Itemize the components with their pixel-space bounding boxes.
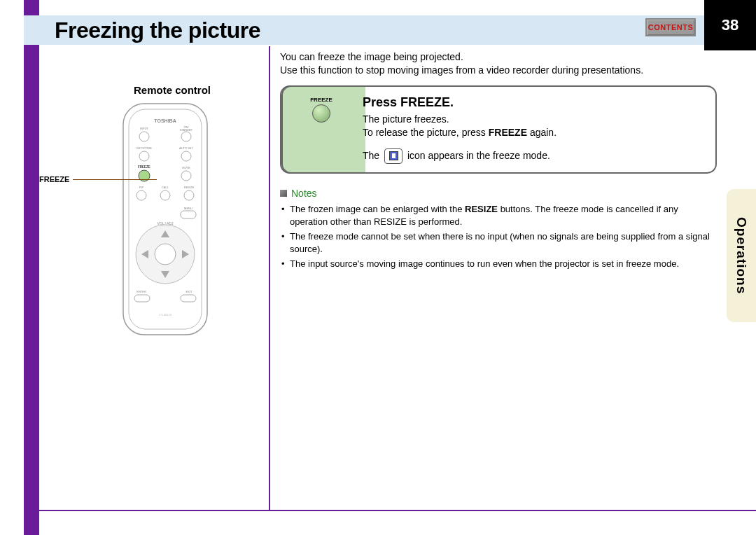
- notes-heading: Notes: [280, 188, 717, 199]
- column-divider: [269, 46, 270, 511]
- page-title: Freezing the picture: [55, 18, 260, 43]
- remote-control-illustration: TOSHIBA INPUT ON/ STANDBY KEYSTONE AUTO …: [67, 100, 263, 338]
- svg-text:KEYSTONE: KEYSTONE: [136, 146, 152, 150]
- section-tab[interactable]: Operations: [727, 189, 756, 322]
- svg-point-16: [160, 190, 170, 200]
- contents-button[interactable]: CONTENTS: [645, 18, 696, 36]
- svg-text:FREEZE: FREEZE: [138, 165, 150, 169]
- svg-point-7: [139, 151, 149, 161]
- instruction-box: FREEZE Press FREEZE. The picture freezes…: [280, 85, 717, 174]
- svg-text:MENU: MENU: [184, 207, 192, 210]
- bottom-rule: [39, 510, 756, 511]
- svg-point-25: [155, 244, 176, 265]
- svg-rect-32: [134, 295, 150, 302]
- svg-text:STANDBY: STANDBY: [180, 128, 193, 132]
- svg-text:CT-90113: CT-90113: [159, 313, 172, 317]
- freeze-button-label: FREEZE: [310, 97, 332, 103]
- freeze-button-icon: [312, 104, 330, 123]
- freeze-callout-label: FREEZE: [39, 175, 69, 183]
- svg-text:RESIZE: RESIZE: [184, 186, 195, 189]
- instruction-heading: Press FREEZE.: [363, 95, 704, 110]
- notes-item: The freeze mode cannot be set when there…: [280, 230, 717, 255]
- brand-label: TOSHIBA: [154, 118, 176, 123]
- intro-line-2: Use this function to stop moving images …: [280, 64, 717, 77]
- instruction-text-column: Press FREEZE. The picture freezes. To re…: [363, 95, 704, 164]
- section-tab-label: Operations: [734, 217, 749, 294]
- callout-line: [73, 179, 157, 180]
- intro-line-1: You can freeze the image being projected…: [280, 50, 717, 64]
- svg-point-12: [181, 171, 191, 181]
- instruction-line-3: The icon appears in the freeze mode.: [363, 148, 704, 164]
- notes-heading-text: Notes: [291, 188, 317, 199]
- page-number-box: 38: [704, 0, 756, 50]
- notes-bullet-icon: [280, 190, 287, 197]
- svg-text:AUTO SET: AUTO SET: [179, 146, 193, 150]
- remote-control-heading: Remote control: [81, 84, 263, 96]
- notes-list: The frozen image can be enlarged with th…: [280, 203, 717, 270]
- right-column: You can freeze the image being projected…: [280, 50, 717, 273]
- svg-text:PIP: PIP: [139, 186, 144, 189]
- svg-text:EXIT: EXIT: [186, 290, 192, 293]
- contents-label: CONTENTS: [648, 23, 694, 32]
- notes-item: The frozen image can be enlarged with th…: [280, 203, 717, 228]
- svg-text:MUTE: MUTE: [182, 166, 190, 169]
- svg-point-17: [184, 190, 194, 200]
- svg-rect-33: [181, 295, 196, 302]
- left-column: Remote control FREEZE TOSHIBA INPUT ON/ …: [39, 84, 263, 338]
- freeze-mode-icon: [384, 148, 402, 164]
- intro-text: You can freeze the image being projected…: [280, 50, 717, 77]
- instruction-line-2: To release the picture, press FREEZE aga…: [363, 126, 704, 140]
- svg-text:CALL: CALL: [162, 186, 169, 189]
- svg-text:INPUT: INPUT: [140, 127, 149, 130]
- svg-point-8: [181, 151, 191, 161]
- notes-item: The input source's moving image continue…: [280, 258, 717, 270]
- svg-point-2: [139, 132, 149, 141]
- svg-point-3: [181, 132, 191, 141]
- svg-point-15: [136, 190, 146, 200]
- svg-text:ENTER: ENTER: [136, 290, 146, 293]
- svg-rect-21: [181, 211, 196, 218]
- instruction-icon-column: FREEZE: [290, 95, 353, 164]
- instruction-line-1: The picture freezes.: [363, 113, 704, 127]
- left-accent-bar: [24, 0, 39, 535]
- page-number: 38: [722, 16, 738, 34]
